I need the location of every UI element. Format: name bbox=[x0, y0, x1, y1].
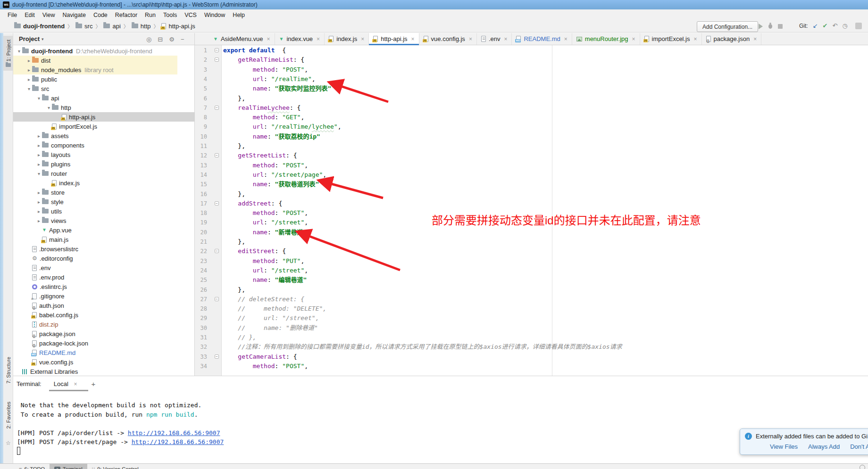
notification-action-always-add[interactable]: Always Add bbox=[808, 443, 840, 450]
chevron-right-icon[interactable]: ▸ bbox=[36, 190, 42, 195]
tree-item-vue.config.js[interactable]: vue.config.js bbox=[13, 357, 177, 367]
close-icon[interactable]: × bbox=[317, 36, 320, 42]
editor-tab-AsideMenu.vue[interactable]: ▼AsideMenu.vue× bbox=[209, 33, 275, 45]
chevron-right-icon[interactable]: ▸ bbox=[26, 77, 32, 82]
close-icon[interactable]: × bbox=[74, 381, 77, 387]
chevron-right-icon[interactable]: ▸ bbox=[36, 199, 42, 205]
tree-item-dist.zip[interactable]: dist.zip bbox=[13, 320, 177, 329]
tree-item-.eslintrc.js[interactable]: .eslintrc.js bbox=[13, 282, 177, 291]
tree-item-layouts[interactable]: ▸layouts bbox=[13, 150, 187, 159]
tree-item-index.js[interactable]: index.js bbox=[13, 178, 194, 188]
tree-item-style[interactable]: ▸style bbox=[13, 197, 187, 206]
add-configuration-button[interactable]: Add Configuration... bbox=[697, 21, 758, 32]
chevron-right-icon[interactable]: ▸ bbox=[36, 209, 42, 214]
tree-item-api[interactable]: ▾api bbox=[13, 93, 187, 103]
chevron-down-icon[interactable]: ▾ bbox=[26, 86, 32, 91]
chevron-down-icon[interactable]: ▾ bbox=[16, 49, 22, 54]
fold-marker-icon[interactable]: − bbox=[215, 153, 219, 157]
close-icon[interactable]: × bbox=[504, 36, 507, 42]
tree-item-router[interactable]: ▾router bbox=[13, 169, 187, 178]
tree-item-public[interactable]: ▸public bbox=[13, 74, 177, 84]
breadcrumb-item-http[interactable]: http bbox=[132, 23, 151, 30]
tree-item-components[interactable]: ▸components bbox=[13, 140, 187, 150]
editor-tab-package.json[interactable]: package.json× bbox=[702, 33, 762, 45]
tree-item-plugins[interactable]: ▸plugins bbox=[13, 159, 187, 169]
notification-action-don-t-ask-agai[interactable]: Don't Ask Agai bbox=[850, 443, 868, 450]
tree-item-.gitignore[interactable]: .gitignore bbox=[13, 291, 177, 301]
menu-item-edit[interactable]: Edit bbox=[21, 10, 39, 20]
project-panel-title[interactable]: Project bbox=[19, 35, 40, 42]
stripe-button-structure[interactable]: 7: Structure bbox=[3, 350, 13, 390]
tree-item-App.vue[interactable]: ▼App.vue bbox=[13, 225, 187, 235]
menu-item-navigate[interactable]: Navigate bbox=[59, 10, 90, 20]
editor-tab-importExcel.js[interactable]: importExcel.js× bbox=[640, 33, 702, 45]
stripe-button-star[interactable]: ☆ bbox=[3, 438, 13, 448]
debug-icon[interactable] bbox=[768, 24, 772, 29]
tree-item-views[interactable]: ▸views bbox=[13, 216, 187, 225]
tree-item-node_modules[interactable]: ▸node_moduleslibrary root bbox=[13, 65, 177, 74]
menu-item-tools[interactable]: Tools bbox=[159, 10, 181, 20]
project-tree[interactable]: ▾duoji-frontendD:\zheheWeb\duoji-fronten… bbox=[13, 45, 194, 376]
fold-marker-icon[interactable]: − bbox=[215, 297, 219, 301]
tree-item-.env[interactable]: .env bbox=[13, 263, 177, 272]
statusbar-edge-icon[interactable] bbox=[860, 465, 865, 469]
menu-item-refactor[interactable]: Refactor bbox=[111, 10, 141, 20]
new-terminal-icon[interactable]: + bbox=[91, 380, 95, 388]
git-update-icon[interactable]: ↙ bbox=[813, 22, 818, 29]
statusbar-item-6-todo[interactable]: ≡6: TODO bbox=[14, 464, 50, 469]
chevron-down-icon[interactable]: ▾ bbox=[42, 37, 44, 41]
git-revert-icon[interactable]: ↶ bbox=[832, 22, 837, 29]
chevron-right-icon[interactable]: ▸ bbox=[26, 67, 32, 73]
chevron-right-icon[interactable]: ▸ bbox=[26, 58, 32, 63]
tree-item-package-lock.json[interactable]: package-lock.json bbox=[13, 338, 177, 348]
stripe-button-project[interactable]: 1: Project bbox=[3, 36, 13, 71]
fold-marker-icon[interactable]: − bbox=[215, 354, 219, 359]
editor-tab-index.vue[interactable]: ▼index.vue× bbox=[275, 33, 325, 45]
chevron-down-icon[interactable]: ▾ bbox=[36, 171, 42, 176]
breadcrumb-item-api[interactable]: api bbox=[103, 23, 120, 30]
chevron-down-icon[interactable]: ▾ bbox=[46, 105, 52, 110]
editor-tab-http-api.js[interactable]: http-api.js× bbox=[369, 33, 419, 45]
tree-item-README.md[interactable]: README.md bbox=[13, 348, 177, 357]
terminal-link[interactable]: http://192.168.66.56:9007 bbox=[128, 429, 220, 436]
editor-tab-menuRouter.jpg[interactable]: menuRouter.jpg× bbox=[572, 33, 640, 45]
close-icon[interactable]: × bbox=[753, 36, 757, 42]
terminal-link[interactable]: http://192.168.66.56:9007 bbox=[132, 438, 224, 445]
tree-item-auth.json[interactable]: auth.json bbox=[13, 301, 177, 310]
hide-icon[interactable]: − bbox=[181, 36, 184, 43]
tree-item-package.json[interactable]: package.json bbox=[13, 329, 177, 338]
editor-tab-.env[interactable]: .env× bbox=[477, 33, 512, 45]
close-icon[interactable]: × bbox=[469, 36, 472, 42]
fold-marker-icon[interactable]: − bbox=[215, 106, 219, 110]
stop-icon[interactable] bbox=[778, 24, 783, 29]
chevron-down-icon[interactable]: ▾ bbox=[36, 96, 42, 101]
tree-item-.editorconfig[interactable]: ⚙.editorconfig bbox=[13, 254, 177, 263]
menu-item-view[interactable]: View bbox=[39, 10, 59, 20]
tree-item-dist[interactable]: ▸dist bbox=[13, 56, 177, 65]
history-icon[interactable]: ◷ bbox=[842, 22, 847, 29]
chevron-right-icon[interactable]: ▸ bbox=[36, 218, 42, 223]
settings-icon[interactable]: ⚙ bbox=[169, 36, 175, 43]
tree-item-assets[interactable]: ▸assets bbox=[13, 131, 187, 140]
editor-tab-README.md[interactable]: README.md× bbox=[512, 33, 572, 45]
notification-action-view-files[interactable]: View Files bbox=[770, 443, 798, 450]
terminal-tab-local[interactable]: Local × bbox=[52, 378, 79, 390]
tree-item-External Libraries[interactable]: External Libraries bbox=[13, 367, 167, 376]
statusbar-item-terminal[interactable]: >Terminal bbox=[50, 464, 87, 469]
tree-item-src[interactable]: ▾src bbox=[13, 84, 177, 93]
fold-marker-icon[interactable]: − bbox=[215, 58, 219, 62]
tree-item-importExcel.js[interactable]: importExcel.js bbox=[13, 122, 194, 131]
breadcrumb-item-http-api.js[interactable]: http-api.js bbox=[161, 23, 195, 30]
chevron-right-icon[interactable]: ▸ bbox=[36, 152, 42, 157]
menu-item-vcs[interactable]: VCS bbox=[181, 10, 200, 20]
close-icon[interactable]: × bbox=[564, 36, 568, 42]
chevron-right-icon[interactable]: ▸ bbox=[36, 133, 42, 139]
code-editor[interactable]: 1234567891011121314151617181920212223242… bbox=[195, 45, 868, 376]
editor-tab-vue.config.js[interactable]: vue.config.js× bbox=[419, 33, 477, 45]
fold-marker-icon[interactable]: − bbox=[215, 48, 219, 52]
close-icon[interactable]: × bbox=[694, 36, 697, 42]
tree-item-.browserslistrc[interactable]: .browserslistrc bbox=[13, 244, 177, 254]
tree-item-babel.config.js[interactable]: babel.config.js bbox=[13, 310, 177, 320]
menu-item-help[interactable]: Help bbox=[229, 10, 249, 20]
menu-item-window[interactable]: Window bbox=[200, 10, 229, 20]
